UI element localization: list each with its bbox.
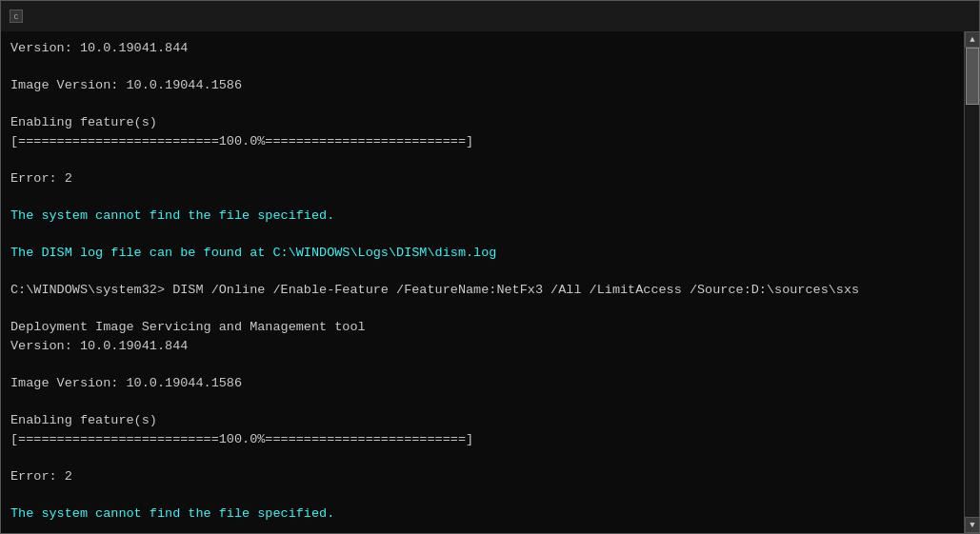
scrollbar[interactable]: ▲ ▼ xyxy=(964,31,979,533)
terminal-line: The system cannot find the file specifie… xyxy=(10,207,954,226)
terminal-line xyxy=(10,58,954,77)
terminal-line xyxy=(10,150,954,169)
terminal-line xyxy=(10,188,954,208)
scroll-down-button[interactable]: ▼ xyxy=(965,517,979,533)
terminal-line xyxy=(10,300,954,319)
content-area: Version: 10.0.19041.844Image Version: 10… xyxy=(1,31,979,533)
window-icon: C xyxy=(9,9,24,24)
terminal-line xyxy=(10,226,954,245)
terminal-line: [==========================100.0%=======… xyxy=(10,430,954,449)
terminal-line: Error: 2 xyxy=(10,467,954,486)
terminal-line: Version: 10.0.19041.844 xyxy=(10,39,954,58)
titlebar: C xyxy=(1,1,979,31)
scroll-up-button[interactable]: ▲ xyxy=(965,31,979,48)
terminal-line: The DISM log file can be found at C:\WIN… xyxy=(10,244,954,263)
close-button[interactable] xyxy=(935,1,979,31)
terminal-line xyxy=(10,95,954,114)
terminal-line xyxy=(10,524,954,533)
scrollbar-track xyxy=(965,48,979,517)
terminal-line: Enabling feature(s) xyxy=(10,411,954,430)
terminal-line: Image Version: 10.0.19044.1586 xyxy=(10,374,954,393)
terminal-line xyxy=(10,263,954,282)
terminal-line: Deployment Image Servicing and Managemen… xyxy=(10,318,954,337)
terminal-line xyxy=(10,486,954,505)
minimize-button[interactable] xyxy=(848,1,891,31)
terminal-line: Enabling feature(s) xyxy=(10,113,954,132)
scrollbar-thumb[interactable] xyxy=(966,48,979,105)
terminal-line xyxy=(10,393,954,412)
cmd-window: C Version: 10.0.19041.844Image Version: … xyxy=(0,0,980,534)
terminal-line: Error: 2 xyxy=(10,169,954,188)
terminal-line: Image Version: 10.0.19044.1586 xyxy=(10,76,954,95)
terminal-output[interactable]: Version: 10.0.19041.844Image Version: 10… xyxy=(1,31,964,533)
terminal-line xyxy=(10,356,954,375)
terminal-line: The system cannot find the file specifie… xyxy=(10,504,954,524)
terminal-line: Version: 10.0.19041.844 xyxy=(10,337,954,356)
terminal-line: [==========================100.0%=======… xyxy=(10,132,954,151)
terminal-line xyxy=(10,448,954,467)
window-controls xyxy=(848,1,979,31)
maximize-button[interactable] xyxy=(891,1,935,31)
cmd-icon: C xyxy=(10,10,23,23)
terminal-line: C:\WINDOWS\system32> DISM /Online /Enabl… xyxy=(10,281,954,300)
